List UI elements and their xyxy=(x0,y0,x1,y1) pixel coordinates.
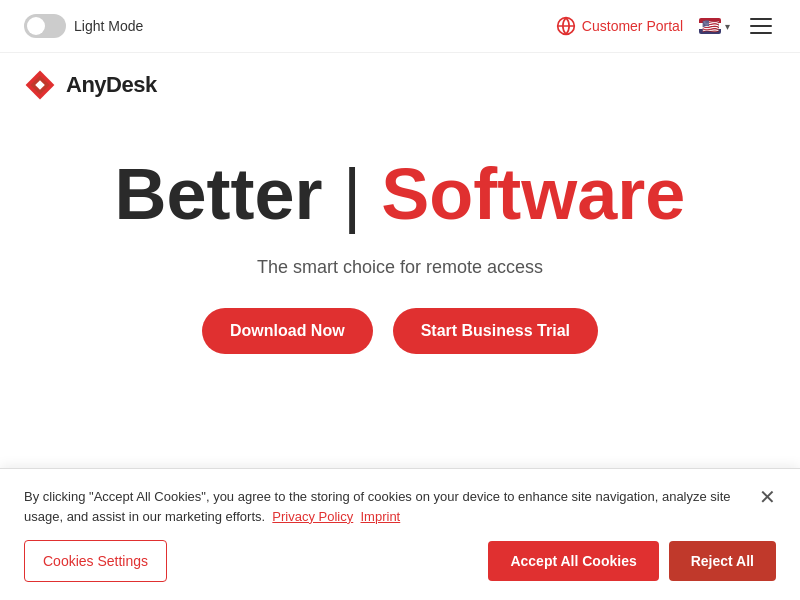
cookie-banner: By clicking "Accept All Cookies", you ag… xyxy=(0,468,800,600)
cookie-btn-group: Accept All Cookies Reject All xyxy=(488,541,776,581)
chevron-down-icon: ▾ xyxy=(725,21,730,32)
customer-portal-label: Customer Portal xyxy=(582,18,683,34)
reject-cookies-button[interactable]: Reject All xyxy=(669,541,776,581)
header-left: Light Mode xyxy=(24,14,143,38)
cookie-close-button[interactable]: ✕ xyxy=(747,487,776,507)
header: Light Mode Customer Portal 🇺🇸 ▾ xyxy=(0,0,800,53)
hero-headline-black: Better | xyxy=(115,154,382,234)
flag-icon: 🇺🇸 xyxy=(699,18,721,34)
customer-portal-link[interactable]: Customer Portal xyxy=(556,16,683,36)
hero-headline: Better | Software xyxy=(40,157,760,233)
hero-buttons: Download Now Start Business Trial xyxy=(40,308,760,354)
hero-headline-red: Software xyxy=(381,154,685,234)
privacy-policy-link[interactable]: Privacy Policy xyxy=(272,509,353,524)
hamburger-line-2 xyxy=(750,25,772,27)
light-mode-toggle[interactable] xyxy=(24,14,66,38)
hamburger-line-1 xyxy=(750,18,772,20)
hamburger-menu[interactable] xyxy=(746,14,776,38)
hero-section: Better | Software The smart choice for r… xyxy=(0,117,800,384)
cookie-actions: Cookies Settings Accept All Cookies Reje… xyxy=(24,540,776,582)
start-trial-button[interactable]: Start Business Trial xyxy=(393,308,598,354)
hero-tagline: The smart choice for remote access xyxy=(40,257,760,278)
lang-selector[interactable]: 🇺🇸 ▾ xyxy=(699,18,730,34)
toggle-wrap: Light Mode xyxy=(24,14,143,38)
cookie-top: By clicking "Accept All Cookies", you ag… xyxy=(24,487,776,526)
hamburger-line-3 xyxy=(750,32,772,34)
cookie-settings-button[interactable]: Cookies Settings xyxy=(24,540,167,582)
header-right: Customer Portal 🇺🇸 ▾ xyxy=(556,14,776,38)
cookie-message: By clicking "Accept All Cookies", you ag… xyxy=(24,487,744,526)
download-now-button[interactable]: Download Now xyxy=(202,308,373,354)
logo-area: AnyDesk xyxy=(0,53,800,117)
logo-text: AnyDesk xyxy=(66,72,157,98)
imprint-link[interactable]: Imprint xyxy=(361,509,401,524)
portal-icon xyxy=(556,16,576,36)
light-mode-label: Light Mode xyxy=(74,18,143,34)
accept-cookies-button[interactable]: Accept All Cookies xyxy=(488,541,658,581)
anydesk-logo-icon xyxy=(24,69,56,101)
